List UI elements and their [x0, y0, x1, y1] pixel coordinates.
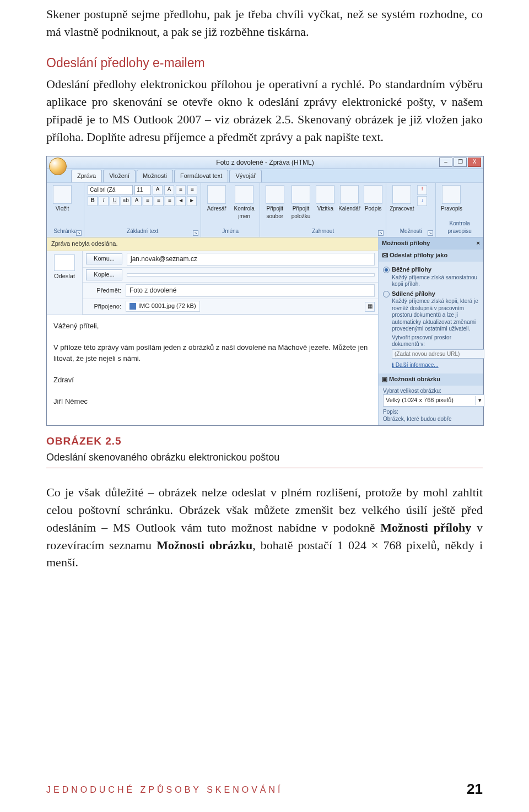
chevron-down-icon: ▾ — [476, 396, 482, 405]
check-names-icon — [235, 185, 253, 204]
pane-section-image-options: ▣ Možnosti obrázku — [379, 373, 483, 386]
radio-regular-attachments[interactable]: Běžné přílohyKaždý příjemce získá samost… — [383, 266, 479, 288]
minimize-button[interactable]: – — [439, 158, 452, 167]
image-file-icon — [129, 303, 136, 310]
spelling-button[interactable]: Pravopis — [439, 185, 463, 213]
font-size-select[interactable]: 11 — [134, 185, 151, 196]
figure-caption: Odeslání skenovaného obrázku elektronick… — [46, 450, 483, 464]
body-line: Vážený příteli, — [53, 321, 371, 332]
grow-font-icon[interactable]: A — [153, 185, 163, 195]
maximize-button[interactable]: ❐ — [454, 158, 467, 167]
numbering-icon[interactable]: ≡ — [187, 185, 197, 195]
align-right-icon[interactable]: ≡ — [165, 196, 175, 206]
description-label: Popis: — [383, 409, 479, 416]
align-center-icon[interactable]: ≡ — [154, 196, 164, 206]
high-importance-icon[interactable]: ! — [417, 185, 427, 195]
pane-title: Možnosti přílohy — [382, 239, 430, 248]
ribbon-tabs: Zpráva Vložení Možnosti Formátovat text … — [71, 169, 483, 182]
group-proofing-label: Kontrola pravopisu — [439, 220, 480, 236]
subject-field[interactable]: Foto z dovolené — [126, 284, 375, 297]
body-line: V příloze této zprávy vám posílám jeden … — [53, 342, 371, 364]
section-heading-email: Odeslání předlohy e-mailem — [46, 54, 483, 72]
business-card-button[interactable]: Vizitka — [316, 185, 336, 213]
pane-section-send-as: 🖂 Odeslat přílohy jako — [379, 250, 483, 262]
underline-icon[interactable]: U — [110, 196, 120, 206]
image-size-label: Vybrat velikost obrázku: — [383, 388, 479, 395]
paragraph-email: Odeslání předlohy elektronickou přílohou… — [46, 75, 483, 146]
attachment-chip[interactable]: IMG 0001.jpg (72 kB) — [126, 301, 200, 312]
attach-file-icon — [266, 185, 284, 204]
dialog-launcher-icon[interactable]: ↘ — [378, 230, 384, 236]
tab-vlozeni[interactable]: Vložení — [103, 170, 136, 182]
cc-field[interactable] — [127, 273, 375, 277]
align-left-icon[interactable]: ≡ — [143, 196, 153, 206]
radio-icon — [383, 267, 390, 273]
attachment-options-icon[interactable]: ▦ — [365, 302, 375, 312]
tab-formatovat[interactable]: Formátovat text — [174, 170, 228, 182]
ribbon: Vložit Schránka↘ Calibri (Zá 11 A A ≡ ≡ — [47, 182, 483, 237]
paste-button[interactable]: Vložit — [50, 185, 74, 213]
outlook-window: Foto z dovolené - Zpráva (HTML) – ❐ X Zp… — [46, 156, 484, 426]
bold-icon[interactable]: B — [88, 196, 98, 206]
signature-button[interactable]: Podpis — [364, 185, 382, 213]
flag-icon — [392, 185, 411, 204]
attached-label: Připojeno: — [86, 302, 121, 311]
check-names-button[interactable]: Kontrola jmen — [232, 185, 256, 221]
group-options-label: Možnosti↘ — [390, 228, 432, 236]
group-clipboard-label: Schránka↘ — [50, 228, 80, 236]
close-button[interactable]: X — [468, 158, 481, 167]
more-info-link[interactable]: ℹ Další informace... — [392, 362, 439, 368]
office-orb-icon[interactable] — [49, 158, 67, 175]
info-bar: Zpráva nebyla odeslána. — [47, 237, 378, 251]
follow-up-button[interactable]: Zpracovat — [390, 185, 414, 213]
dialog-launcher-icon[interactable]: ↘ — [76, 230, 82, 236]
figure-number: OBRÁZEK 2.5 — [46, 434, 483, 449]
workspace-url-input[interactable] — [392, 349, 484, 359]
cc-button[interactable]: Kopie... — [86, 269, 122, 280]
body-line: Zdraví — [53, 375, 371, 386]
to-button[interactable]: Komu... — [86, 253, 122, 264]
attach-item-icon — [292, 185, 310, 204]
address-book-button[interactable]: Adresář — [204, 185, 229, 213]
send-button[interactable]: Odeslat — [49, 272, 80, 281]
window-title: Foto z dovolené - Zpráva (HTML) — [216, 158, 314, 167]
highlight-icon[interactable]: ab — [121, 196, 131, 206]
italic-icon[interactable]: I — [99, 196, 109, 206]
calendar-button[interactable]: Kalendář — [338, 185, 360, 213]
low-importance-icon[interactable]: ↓ — [417, 196, 427, 206]
dialog-launcher-icon[interactable]: ↘ — [428, 230, 433, 236]
group-names-label: Jména — [204, 228, 256, 236]
dialog-launcher-icon[interactable]: ↘ — [193, 230, 198, 236]
font-name-select[interactable]: Calibri (Zá — [88, 185, 133, 196]
to-field[interactable]: jan.novak@seznam.cz — [127, 253, 375, 266]
bullets-icon[interactable]: ≡ — [176, 185, 186, 195]
group-include-label: Zahrnout↘ — [263, 228, 382, 236]
calendar-icon — [340, 185, 359, 204]
address-book-icon — [207, 185, 226, 204]
title-bar: Foto z dovolené - Zpráva (HTML) – ❐ X — [47, 156, 483, 169]
shrink-font-icon[interactable]: A — [164, 185, 174, 195]
attachment-options-pane: Možnosti přílohy× 🖂 Odeslat přílohy jako… — [378, 237, 483, 426]
radio-icon — [383, 291, 390, 297]
image-size-select[interactable]: Velký (1024 x 768 pixelů)▾ — [383, 394, 484, 407]
send-icon — [54, 255, 75, 271]
body-line: Jiří Němec — [53, 396, 371, 407]
paste-icon — [53, 185, 72, 204]
pane-close-icon[interactable]: × — [477, 239, 480, 248]
tab-vyvojar[interactable]: Vývojář — [229, 170, 262, 182]
tab-zprava[interactable]: Zpráva — [71, 170, 102, 182]
subject-label: Předmět: — [86, 286, 121, 295]
tab-moznosti[interactable]: Možnosti — [137, 170, 173, 182]
message-body[interactable]: Vážený příteli, V příloze této zprávy vá… — [47, 315, 378, 425]
card-icon — [316, 185, 334, 204]
group-font-label: Základní text↘ — [88, 228, 197, 236]
radio-shared-attachments[interactable]: Sdílené přílohyKaždý příjemce získá kopi… — [383, 290, 479, 370]
signature-icon — [364, 185, 382, 204]
attach-item-button[interactable]: Připojit položku — [289, 185, 312, 221]
footer-page-number: 21 — [467, 779, 483, 800]
indent-inc-icon[interactable]: ► — [187, 196, 197, 206]
font-color-icon[interactable]: A — [132, 196, 142, 206]
paragraph-intro: Skener postupně sejme předlohu, pak je t… — [46, 6, 483, 41]
attach-file-button[interactable]: Připojit soubor — [263, 185, 286, 221]
indent-dec-icon[interactable]: ◄ — [176, 196, 186, 206]
